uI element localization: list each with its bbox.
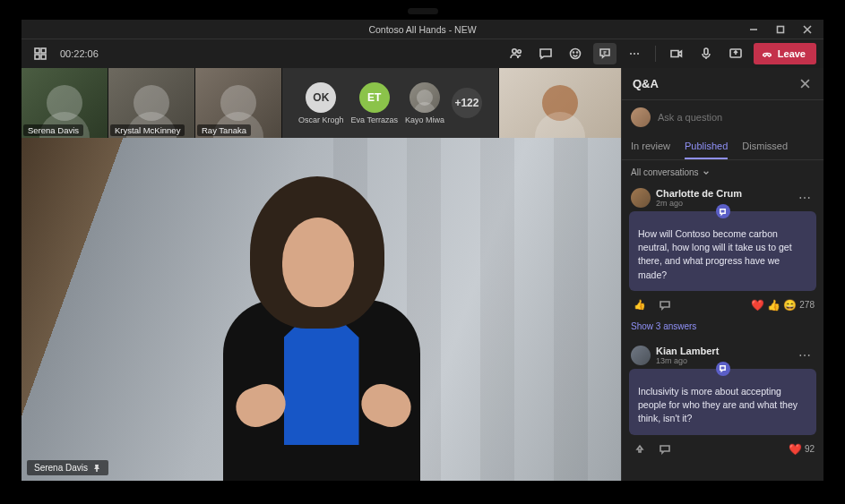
qa-tabs: In review Published Dismissed bbox=[622, 134, 823, 160]
svg-point-9 bbox=[576, 52, 577, 53]
thumbsup-icon: 👍 bbox=[767, 299, 780, 312]
speaker-name: Serena Davis bbox=[34, 463, 88, 473]
reply-icon[interactable] bbox=[656, 296, 674, 314]
chat-icon[interactable] bbox=[534, 43, 557, 64]
svg-point-8 bbox=[573, 52, 573, 53]
tab-in-review[interactable]: In review bbox=[631, 134, 670, 159]
ask-question-row[interactable] bbox=[622, 100, 823, 134]
participant-tile[interactable]: Ray Tanaka bbox=[195, 68, 281, 138]
conversation-filter[interactable]: All conversations bbox=[622, 160, 823, 181]
upvote-icon[interactable] bbox=[631, 440, 649, 458]
layout-grid-icon[interactable] bbox=[29, 43, 52, 64]
question-badge-icon bbox=[716, 362, 730, 376]
participant-name: Oscar Krogh bbox=[298, 115, 344, 124]
participant-avatar[interactable]: ET bbox=[359, 82, 390, 113]
reaction-summary[interactable]: ❤️ 👍 😄 278 bbox=[751, 299, 815, 312]
svg-rect-4 bbox=[41, 55, 46, 59]
svg-rect-1 bbox=[35, 48, 39, 53]
ask-question-input[interactable] bbox=[658, 112, 815, 123]
svg-point-6 bbox=[517, 50, 521, 54]
qa-icon[interactable] bbox=[593, 43, 617, 64]
more-icon[interactable] bbox=[623, 43, 646, 64]
heart-icon: ❤️ bbox=[751, 299, 764, 312]
participant-name: Serena Davis bbox=[23, 124, 83, 136]
window-minimize[interactable] bbox=[740, 20, 767, 39]
user-avatar bbox=[631, 107, 651, 127]
participant-name: Kayo Miwa bbox=[405, 115, 444, 124]
participant-avatar[interactable] bbox=[410, 82, 440, 113]
tab-published[interactable]: Published bbox=[685, 134, 728, 159]
question-card: Charlotte de Crum 2m ago ⋯ How will Cont… bbox=[629, 184, 816, 335]
svg-rect-13 bbox=[704, 48, 708, 55]
share-icon[interactable] bbox=[724, 43, 747, 64]
qa-panel: Q&A In review Published Dismissed All co… bbox=[621, 68, 823, 481]
meeting-area: Serena Davis Krystal McKinney Ray Tanaka… bbox=[22, 68, 621, 481]
filter-label: All conversations bbox=[631, 167, 699, 177]
meeting-timer: 00:22:06 bbox=[60, 48, 99, 59]
main-speaker-video[interactable]: Serena Davis bbox=[22, 138, 621, 481]
pin-icon bbox=[92, 464, 101, 473]
question-card: Kian Lambert 13m ago ⋯ Inclusivity is mo… bbox=[629, 342, 816, 464]
question-time: 2m ago bbox=[656, 199, 742, 208]
titlebar: Contoso All Hands - NEW bbox=[22, 20, 823, 39]
chevron-down-icon bbox=[703, 169, 710, 176]
participant-name: Ray Tanaka bbox=[197, 124, 251, 136]
question-more-icon[interactable]: ⋯ bbox=[795, 348, 815, 363]
speaker-nametag: Serena Davis bbox=[27, 460, 108, 475]
reaction-count: 92 bbox=[805, 444, 815, 454]
question-badge-icon bbox=[716, 204, 730, 218]
window-close[interactable] bbox=[794, 20, 821, 39]
svg-rect-3 bbox=[35, 55, 39, 59]
camera-icon[interactable] bbox=[665, 43, 688, 64]
people-icon[interactable] bbox=[504, 43, 528, 64]
svg-rect-0 bbox=[778, 26, 784, 32]
question-author: Charlotte de Crum bbox=[656, 188, 742, 199]
meeting-toolbar: 00:22:06 bbox=[22, 39, 823, 68]
reaction-summary[interactable]: ❤️ 92 bbox=[789, 443, 815, 456]
question-body: Inclusivity is more about accepting peop… bbox=[629, 369, 816, 435]
question-body: How will Contoso become carbon neutral, … bbox=[629, 211, 816, 291]
participant-name: Eva Terrazas bbox=[351, 115, 398, 124]
participant-tile[interactable] bbox=[499, 68, 621, 138]
show-answers-link[interactable]: Show 3 answers bbox=[629, 320, 816, 335]
svg-point-5 bbox=[512, 49, 516, 54]
overflow-count[interactable]: +122 bbox=[452, 88, 482, 118]
reactions-icon[interactable] bbox=[564, 43, 587, 64]
author-avatar bbox=[631, 346, 651, 365]
author-avatar bbox=[631, 188, 651, 208]
participant-gallery: Serena Davis Krystal McKinney Ray Tanaka… bbox=[22, 68, 621, 138]
question-list: Charlotte de Crum 2m ago ⋯ How will Cont… bbox=[622, 181, 823, 481]
upvote-icon[interactable]: 👍 bbox=[631, 296, 649, 314]
participant-avatar[interactable]: OK bbox=[306, 82, 336, 113]
svg-point-10 bbox=[630, 53, 632, 55]
heart-icon: ❤️ bbox=[789, 443, 802, 456]
svg-point-12 bbox=[637, 53, 639, 55]
participant-name: Krystal McKinney bbox=[110, 124, 185, 136]
window-title: Contoso All Hands - NEW bbox=[368, 24, 476, 35]
reaction-count: 278 bbox=[799, 300, 815, 310]
participant-tile[interactable]: Krystal McKinney bbox=[108, 68, 194, 138]
question-author: Kian Lambert bbox=[656, 346, 719, 356]
tab-dismissed[interactable]: Dismissed bbox=[742, 134, 788, 159]
svg-rect-2 bbox=[41, 48, 46, 53]
reply-icon[interactable] bbox=[656, 440, 674, 458]
leave-label: Leave bbox=[778, 48, 806, 59]
question-time: 13m ago bbox=[656, 356, 719, 365]
svg-point-11 bbox=[634, 53, 635, 55]
question-more-icon[interactable]: ⋯ bbox=[795, 191, 815, 205]
close-icon[interactable] bbox=[797, 76, 813, 92]
participant-overflow-tile: OK Oscar Krogh ET Eva Terrazas Kayo Miwa… bbox=[282, 68, 498, 138]
laugh-icon: 😄 bbox=[783, 299, 797, 312]
participant-tile[interactable]: Serena Davis bbox=[22, 68, 108, 138]
window-maximize[interactable] bbox=[767, 20, 794, 39]
svg-point-7 bbox=[570, 49, 580, 59]
leave-button[interactable]: Leave bbox=[754, 43, 816, 64]
mic-icon[interactable] bbox=[694, 43, 718, 64]
panel-title: Q&A bbox=[633, 77, 659, 90]
